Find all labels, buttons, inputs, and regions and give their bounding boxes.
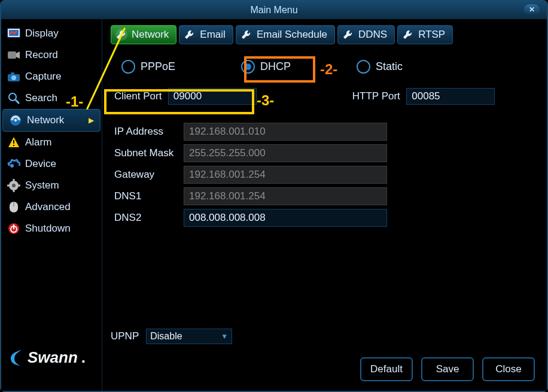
sidebar: Display Record Capture Search Network ▶ [1,19,102,391]
brand-logo: Swann. [8,348,86,367]
network-icon [9,114,22,127]
sidebar-item-device[interactable]: Device [1,153,102,175]
save-button[interactable]: Save [421,357,474,381]
ip-address-input [184,123,387,141]
tab-label: DDNS [358,29,387,41]
sidebar-item-system[interactable]: System [1,175,102,196]
chevron-down-icon: ▼ [221,332,228,341]
upnp-row: UPNP Disable ▼ [111,329,232,344]
sidebar-item-alarm[interactable]: Alarm [1,132,102,153]
svg-point-7 [9,93,16,101]
brand-text: Swann [28,348,78,367]
annotation-1: -1- [66,93,83,110]
gear-icon [7,179,20,192]
upnp-select[interactable]: Disable ▼ [146,329,232,344]
sidebar-item-search[interactable]: Search [1,87,102,109]
chevron-right-icon: ▶ [89,116,94,124]
sidebar-item-label: Shutdown [25,223,71,235]
radio-icon [121,60,135,74]
sidebar-item-label: System [25,180,59,192]
svg-point-10 [14,119,17,121]
wrench-icon [401,28,415,41]
default-button[interactable]: Default [360,357,413,381]
button-row: Default Save Close [360,357,535,381]
alarm-icon [7,136,20,149]
radio-icon [241,60,255,74]
sidebar-item-label: Capture [25,71,61,83]
client-port-label: Client Port [114,90,162,102]
sidebar-item-display[interactable]: Display [1,23,102,44]
client-port-input[interactable] [168,88,257,105]
sidebar-item-shutdown[interactable]: Shutdown [1,218,102,239]
tab-label: Network [132,29,169,41]
tab-label: RTSP [418,29,445,41]
sidebar-item-label: Display [25,28,59,39]
annotation-3: -3- [257,92,274,109]
radio-static[interactable]: Static [357,60,403,74]
sidebar-item-advanced[interactable]: Advanced [1,196,102,218]
tab-rtsp[interactable]: RTSP [397,25,453,44]
display-icon [7,27,20,40]
wrench-icon [115,28,128,41]
dns2-label: DNS2 [114,212,184,224]
sidebar-item-label: Device [25,158,56,170]
tabs: Network Email Email Schedule DDNS RTSP [111,25,538,44]
tab-ddns[interactable]: DDNS [337,25,395,44]
radio-dhcp[interactable]: DHCP [241,60,291,74]
sidebar-item-label: Search [25,92,57,104]
sidebar-item-capture[interactable]: Capture [1,66,102,87]
radio-label: PPPoE [141,60,175,73]
record-icon [7,48,20,62]
ports-row: Client Port HTTP Port [114,88,538,105]
close-icon[interactable]: ✕ [524,4,540,15]
main-window: Main Menu ✕ Display Record Capture Searc… [0,0,548,392]
radio-pppoe[interactable]: PPPoE [121,60,175,74]
sidebar-item-network[interactable]: Network ▶ [2,109,101,132]
svg-rect-6 [11,72,14,75]
tab-network[interactable]: Network [111,25,176,44]
subnet-mask-label: Subnet Mask [114,147,184,159]
wrench-icon [240,28,253,41]
tab-email[interactable]: Email [179,25,233,44]
swann-icon [8,349,24,367]
wrench-icon [342,28,355,41]
svg-rect-12 [13,140,14,144]
dns1-input [184,187,387,205]
sidebar-item-label: Alarm [25,136,51,148]
search-icon [7,92,20,105]
svg-point-5 [11,75,16,80]
sidebar-item-label: Network [27,114,64,126]
svg-point-14 [10,164,14,168]
ip-fields: IP Address Subnet Mask Gateway DNS1 DNS2 [114,123,538,227]
svg-line-8 [16,100,19,104]
client-port-field: Client Port [114,88,257,105]
svg-rect-2 [8,51,16,59]
radio-icon [357,60,370,74]
wrench-icon [183,28,196,41]
dns2-input[interactable] [184,209,387,227]
mouse-icon [7,200,20,214]
dns1-label: DNS1 [114,190,184,202]
http-port-field: HTTP Port [352,88,495,105]
gateway-label: Gateway [114,169,184,181]
subnet-mask-input [184,144,387,162]
tab-email-schedule[interactable]: Email Schedule [236,25,335,44]
radio-label: Static [376,60,403,73]
device-icon [7,157,20,171]
tab-label: Email [200,29,226,41]
svg-point-16 [12,184,16,187]
capture-icon [7,70,20,83]
sidebar-item-record[interactable]: Record [1,44,102,66]
http-port-input[interactable] [406,88,495,105]
sidebar-item-label: Advanced [25,201,71,213]
close-button[interactable]: Close [482,357,535,381]
svg-rect-13 [13,145,14,146]
gateway-input [184,166,387,184]
http-port-label: HTTP Port [352,90,400,102]
sidebar-item-label: Record [25,49,58,61]
annotation-2: -2- [320,61,337,78]
svg-marker-3 [16,51,20,59]
upnp-label: UPNP [111,330,139,342]
window-title: Main Menu [250,5,297,16]
upnp-value: Disable [150,331,182,342]
